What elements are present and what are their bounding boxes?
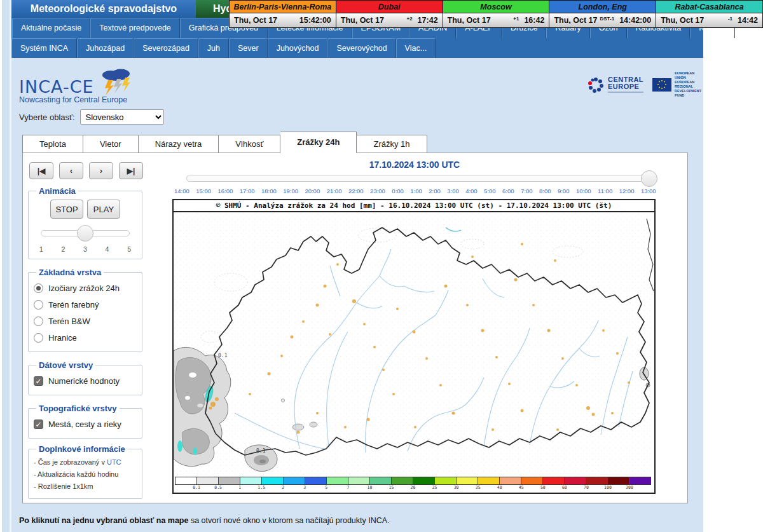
timeline-tick-label: 17:00 (240, 188, 255, 194)
step-back-button[interactable]: ‹ (59, 162, 83, 179)
clock-cell: Moscow Thu, Oct 17 +1 16:42 (443, 1, 550, 27)
color-scale-segment (392, 477, 413, 484)
timeline-tick-label: 20:00 (305, 188, 320, 194)
checkbox-checked-icon[interactable]: ✓ (34, 376, 43, 386)
central-europe-text-line2: EUROPE (608, 83, 643, 90)
region-select-label: Vyberte oblasť: (19, 113, 75, 122)
clock-date: Thu, Oct 17 (341, 16, 407, 25)
timeline-tick-label: 3:00 (447, 188, 459, 194)
secondary-nav-tab[interactable]: Severozápad (134, 38, 198, 58)
clock-date: Thu, Oct 17 (448, 16, 514, 25)
partner-logos: CENTRAL EUROPE EUROPEAN UNION EUROPEAN R… (587, 71, 703, 98)
precipitation-map[interactable]: © SHMÚ - Analýza zrážok za 24 hod [mm] -… (172, 199, 656, 494)
color-scale-segment (197, 477, 219, 484)
clock-time-row: Thu, Oct 17 DST-1 14:42:00 (549, 13, 656, 27)
central-europe-tagline (608, 92, 643, 93)
tab-narazy-vetra[interactable]: Nárazy vetra (139, 135, 219, 153)
secondary-nav-tab[interactable]: Systém INCA (11, 38, 77, 58)
clock-time-row: Thu, Oct 17 +2 17:42 (336, 13, 443, 27)
timeline-tick-label: 19:00 (283, 188, 298, 194)
secondary-nav-tab[interactable]: Juh (198, 38, 229, 58)
region-select[interactable]: Slovensko (80, 109, 164, 125)
radio-hranice[interactable]: Hranice (34, 329, 137, 346)
radio-izociary-zrazok[interactable]: Izočiary zrážok 24h (34, 280, 137, 296)
secondary-nav-tab[interactable]: Viac... (396, 38, 436, 58)
timeline-tick-label: 6:00 (502, 188, 514, 194)
meteo-title: Meteorologické spravodajstvo (11, 0, 196, 18)
color-scale-segment (413, 477, 435, 484)
timeline-tick-label: 16:00 (217, 188, 233, 194)
clock-date: Thu, Oct 17 (661, 16, 728, 25)
secondary-nav-tab[interactable]: Sever (229, 38, 268, 58)
clock-city-name: Berlin-Paris-Vienna-Roma (230, 1, 336, 13)
radio-teren-bw[interactable]: Terén B&W (34, 313, 137, 329)
map-controls: Animácia STOP PLAY 12345 Základná vrstva… (28, 186, 142, 499)
play-button[interactable]: PLAY (87, 200, 120, 219)
timeline-tick-label: 1:00 (410, 188, 422, 194)
color-scale-bar (175, 477, 651, 485)
skip-last-button[interactable]: ▶| (119, 162, 143, 179)
clock-city-name: Moscow (443, 1, 549, 13)
animation-speed-slider[interactable] (41, 230, 130, 236)
clock-cell: Dubai Thu, Oct 17 +2 17:42 (336, 1, 443, 27)
tab-teplota[interactable]: Teplota (22, 135, 83, 153)
timeline-ticks: 14:0015:0016:0017:0018:0019:0020:0021:00… (174, 188, 656, 194)
tab-vlhkost[interactable]: Vlhkosť (219, 135, 280, 153)
color-scale-segment (521, 477, 543, 484)
secondary-nav-tab[interactable]: Juhozápad (77, 38, 134, 58)
eu-text-line3: DEVELOPMENT FUND (675, 89, 703, 98)
central-europe-logo: CENTRAL EUROPE (587, 76, 643, 93)
animation-speed-handle[interactable] (77, 225, 93, 242)
utc-link[interactable]: UTC (107, 458, 121, 466)
clock-time: 17:42 (418, 16, 438, 25)
stop-button[interactable]: STOP (50, 200, 83, 219)
clock-city-name: Rabat-Casablanca (656, 1, 762, 13)
tab-vietor[interactable]: Vietor (83, 135, 139, 153)
clock-cell: Rabat-Casablanca Thu, Oct 17 -1 14:42 (656, 1, 762, 27)
primary-nav-tab[interactable]: Textové predpovede (90, 18, 180, 38)
tab-zrazky-24h[interactable]: Zrážky 24h (280, 132, 357, 153)
clock-time: 14:42:00 (619, 16, 651, 25)
color-scale-segment (543, 477, 565, 484)
color-scale-segment (608, 477, 629, 484)
color-scale-segment (565, 477, 586, 484)
radio-teren-farebny[interactable]: Terén farebný (34, 296, 137, 313)
radio-icon[interactable] (34, 283, 43, 293)
step-forward-button[interactable]: › (89, 162, 113, 179)
checkbox-mesta-cesty-rieky[interactable]: ✓ Mestá, cesty a rieky (34, 416, 137, 432)
clock-utc-offset: -1 (728, 16, 732, 22)
time-slider[interactable] (186, 175, 650, 182)
radio-icon[interactable] (34, 300, 43, 310)
primary-nav-tab[interactable]: Aktuálne počasie (12, 18, 90, 38)
timeline-tick-label: 2:00 (429, 188, 441, 194)
checkbox-checked-icon[interactable]: ✓ (34, 419, 43, 429)
clock-time: 15:42:00 (299, 16, 331, 25)
animation-speed-label: 2 (62, 245, 65, 253)
color-scale-value: 300 (626, 485, 633, 490)
world-clock-widget: Berlin-Paris-Vienna-Roma Thu, Oct 17 15:… (229, 0, 763, 28)
secondary-nav-tab[interactable]: Juhovýchod (268, 38, 328, 58)
central-europe-swirl-icon (587, 76, 605, 93)
topo-layers-legend: Topografické vrstvy (36, 404, 120, 413)
secondary-nav: Systém INCAJuhozápadSeverozápadJuhSeverJ… (11, 38, 703, 57)
time-slider-handle[interactable] (641, 170, 657, 187)
clock-time-row: Thu, Oct 17 -1 14:42 (656, 13, 762, 27)
tab-zrazky-1h[interactable]: Zrážky 1h (357, 135, 427, 153)
skip-first-button[interactable]: |◀ (29, 162, 53, 179)
color-scale-segment (327, 477, 348, 484)
color-scale-segment (370, 477, 392, 484)
data-layers-legend: Dátové vrstvy (36, 360, 95, 370)
eu-flag-icon (652, 78, 671, 92)
clock-cell: Berlin-Paris-Vienna-Roma Thu, Oct 17 15:… (230, 1, 336, 27)
color-scale-segment (305, 477, 327, 484)
precip-value-label: 0.1 (218, 353, 228, 358)
radio-icon[interactable] (34, 333, 43, 343)
footer-note-bold: Po kliknutí na jednu vybranú oblasť na m… (19, 516, 188, 525)
clock-city-name: London, Eng (549, 1, 656, 13)
timeline-tick-label: 21:00 (327, 188, 342, 194)
timeline-tick-label: 22:00 (348, 188, 364, 194)
radio-icon[interactable] (34, 317, 43, 326)
secondary-nav-tab[interactable]: Severovýchod (327, 38, 395, 58)
animation-speed-labels: 12345 (39, 245, 131, 253)
checkbox-numericke-hodnoty[interactable]: ✓ Numerické hodnoty (34, 372, 137, 389)
